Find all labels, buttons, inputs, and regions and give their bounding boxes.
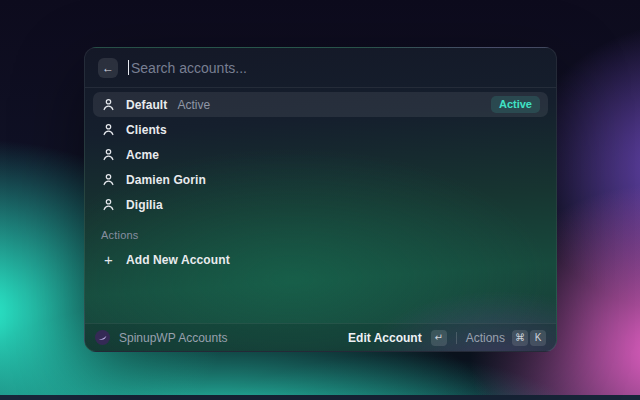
plus-icon: + — [101, 251, 116, 268]
return-key-icon[interactable]: ↵ — [431, 330, 447, 346]
k-key-icon[interactable]: K — [530, 330, 546, 346]
person-icon — [101, 197, 116, 212]
actions-menu-button[interactable]: Actions — [466, 331, 505, 345]
account-row-clients[interactable]: Clients — [93, 117, 548, 142]
search-bar: ← — [85, 48, 556, 88]
person-icon — [101, 97, 116, 112]
back-button[interactable]: ← — [98, 58, 118, 78]
account-row-damien-gorin[interactable]: Damien Gorin — [93, 167, 548, 192]
actions-section-header: Actions — [93, 217, 548, 247]
command-palette-window: ← Default Active Active Clients — [84, 47, 557, 352]
desktop-bottom-strip — [0, 395, 640, 400]
active-status-badge: Active — [491, 96, 540, 113]
account-name: Digilia — [126, 198, 163, 212]
arrow-left-icon: ← — [102, 58, 114, 78]
account-row-default[interactable]: Default Active Active — [93, 92, 548, 117]
text-caret — [128, 60, 129, 75]
accounts-list: Default Active Active Clients Acme — [85, 88, 556, 272]
add-account-label: Add New Account — [126, 253, 230, 267]
person-icon — [101, 122, 116, 137]
search-input[interactable] — [131, 60, 543, 76]
command-key-icon[interactable]: ⌘ — [512, 330, 528, 346]
account-subtitle: Active — [177, 98, 210, 112]
account-row-acme[interactable]: Acme — [93, 142, 548, 167]
footer-divider — [456, 332, 457, 344]
add-new-account-row[interactable]: + Add New Account — [93, 247, 548, 272]
account-name: Damien Gorin — [126, 173, 206, 187]
account-row-digilia[interactable]: Digilia — [93, 192, 548, 217]
footer-app-name: SpinupWP Accounts — [119, 331, 228, 345]
person-icon — [101, 147, 116, 162]
spinupwp-logo-icon — [95, 330, 110, 345]
account-name: Default — [126, 98, 167, 112]
edit-account-action[interactable]: Edit Account — [348, 331, 422, 345]
account-name: Acme — [126, 148, 159, 162]
footer-bar: SpinupWP Accounts Edit Account ↵ Actions… — [85, 323, 556, 351]
person-icon — [101, 172, 116, 187]
account-name: Clients — [126, 123, 167, 137]
